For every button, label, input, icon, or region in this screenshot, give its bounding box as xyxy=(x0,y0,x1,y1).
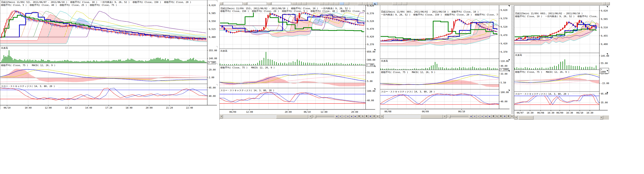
pane-corner-mark-icon[interactable] xyxy=(606,92,608,94)
zoom-slider-knob[interactable] xyxy=(314,115,316,118)
chart-tool-button-▪[interactable]: ▪ xyxy=(484,115,488,118)
chart-tool-button-◀[interactable]: ◀ xyxy=(469,115,473,118)
indicator-label: 移動平均( Close, 40 ) xyxy=(30,4,57,7)
window-splitter[interactable] xyxy=(511,6,514,114)
chart-window-1[interactable]: 日経225mini 11/09( 5分, 2011/06/07 - 2011/0… xyxy=(0,0,218,109)
scrollbar-thumb[interactable] xyxy=(420,115,443,119)
indicator-label: 移動平均( Close, 150 ) xyxy=(578,15,598,18)
chart-tool-button-+[interactable]: + xyxy=(338,115,342,118)
toolbar-button[interactable] xyxy=(344,2,349,5)
toolbar-combobox[interactable] xyxy=(247,2,267,5)
pane-grip-icon[interactable] xyxy=(216,46,218,48)
chart-tool-button-✚[interactable]: ✚ xyxy=(480,115,484,118)
toolbar-button[interactable] xyxy=(244,2,247,5)
chart-window-2[interactable]: 日経225mini 11/09( 15分, 2011/06/02 - 2011/… xyxy=(220,3,376,120)
toolbar-button[interactable] xyxy=(330,2,334,5)
scrollbar-track[interactable] xyxy=(384,115,443,118)
toolbar-button[interactable] xyxy=(358,2,362,5)
toolbar-button[interactable] xyxy=(220,2,223,5)
toolbar-button[interactable] xyxy=(606,2,610,5)
scrollbar-thumb[interactable] xyxy=(276,115,308,119)
chart-tool-button-X[interactable]: X xyxy=(372,115,376,118)
pane-corner-mark-icon[interactable] xyxy=(606,6,608,8)
scrollbar-track[interactable] xyxy=(223,115,309,118)
scroll-left-button[interactable]: ◄ xyxy=(380,115,384,118)
pane-corner-mark-icon[interactable] xyxy=(374,49,376,51)
indicator-label: 一目均衡表( 9, 26, 52 ) xyxy=(381,13,410,16)
chart-tool-button-▶[interactable]: ▶ xyxy=(354,115,357,118)
pane-corner-mark-icon[interactable] xyxy=(374,4,376,5)
zoom-slider[interactable] xyxy=(447,115,468,118)
time-label: 06/09 xyxy=(422,110,429,113)
chart-tool-button-L[interactable]: L xyxy=(495,115,499,118)
chart-tool-button-R[interactable]: R xyxy=(499,115,503,118)
toolbar-button[interactable] xyxy=(602,2,606,5)
chart-tool-button-⊕[interactable]: ⊕ xyxy=(503,115,506,118)
toolbar-combobox[interactable] xyxy=(272,2,291,5)
chart-tool-button-+[interactable]: + xyxy=(473,115,476,118)
toolbar-button[interactable] xyxy=(334,2,339,5)
chart-tool-button-▪[interactable]: ▪ xyxy=(350,115,354,118)
chart-tool-button-D[interactable]: D xyxy=(357,115,361,118)
pane-corner-mark-icon[interactable] xyxy=(508,70,510,72)
pane-corner-mark-icon[interactable] xyxy=(374,66,376,67)
zoom-slider[interactable] xyxy=(313,115,334,118)
pane-corner-mark-icon[interactable] xyxy=(508,59,510,61)
chart-tool-button-⊢[interactable]: ⊢ xyxy=(376,115,380,118)
toolbar-combobox[interactable] xyxy=(223,2,243,5)
chart-tool-button-L[interactable]: L xyxy=(361,115,365,118)
macd-pane-label: 移動平均( Close, 75 )MACD( 12, 26, 9 ) xyxy=(515,70,573,74)
chart-tool-button-−[interactable]: − xyxy=(476,115,480,118)
chart-window-4[interactable]: 日経225mini 11/09( 60分, 2011/06/02 - 2011/… xyxy=(514,6,609,119)
toolbar-button[interactable] xyxy=(324,2,329,5)
scrollbar-track[interactable] xyxy=(518,116,600,119)
pane-corner-mark-icon[interactable] xyxy=(606,53,608,55)
chart-tool-button-−[interactable]: − xyxy=(342,115,346,118)
toolbar-button[interactable] xyxy=(402,2,407,5)
volume-tick-label: 145.00 xyxy=(601,55,609,57)
toolbar-button[interactable] xyxy=(340,2,344,5)
pane-corner-mark-icon[interactable] xyxy=(606,70,608,71)
chart-tool-button-R[interactable]: R xyxy=(365,115,368,118)
scroll-left-button[interactable]: ◄ xyxy=(220,115,223,118)
volume-tick-label: 300.00 xyxy=(367,59,376,61)
scroll-left-button[interactable]: ◄ xyxy=(514,116,518,119)
toolbar-button[interactable] xyxy=(268,2,271,5)
price-tick-label: 9,620 xyxy=(601,10,608,12)
toolbar-button[interactable] xyxy=(297,2,302,5)
time-label: 17:20 xyxy=(105,107,112,109)
chart-tool-button-◀[interactable]: ◀ xyxy=(335,115,338,118)
indicator-label: 移動平均( Close, 5 ) xyxy=(1,4,27,7)
pane-corner-mark-icon[interactable] xyxy=(508,5,510,7)
toolbar-button[interactable] xyxy=(320,2,324,5)
indicator-label: 移動平均( Close, 20 ) xyxy=(164,1,191,4)
chart-tool-button-▶[interactable]: ▶ xyxy=(488,115,492,118)
toolbar-button[interactable] xyxy=(292,2,296,5)
chart-tool-button-✚[interactable]: ✚ xyxy=(346,115,350,118)
time-label: 20:00 xyxy=(146,107,152,109)
toolbar-button[interactable] xyxy=(398,2,402,5)
pane-corner-mark-icon[interactable] xyxy=(508,90,510,91)
chart-window-3[interactable]: 日経225mini 11/09( 30分, 2011/06/02 - 2011/… xyxy=(380,5,511,119)
toolbar-button[interactable] xyxy=(363,2,368,5)
chart-tool-button-X[interactable]: X xyxy=(506,115,510,118)
toolbar-button[interactable] xyxy=(392,2,397,5)
chart-tool-button-⊕[interactable]: ⊕ xyxy=(368,115,372,118)
stoch-pane-label: スロー・ストキャスティクス( 14, 3, 80, 20 ) xyxy=(381,90,438,93)
time-label: 20:00 xyxy=(285,111,292,113)
chart-tool-button-⊢[interactable]: ⊢ xyxy=(510,115,514,118)
scroll-right-button[interactable]: ► xyxy=(443,115,446,118)
scroll-right-button[interactable]: ► xyxy=(600,116,603,119)
pane-corner-mark-icon[interactable] xyxy=(374,89,376,90)
indicator-label: 移動平均( Close, 150 ) xyxy=(133,1,161,4)
toolbar-button[interactable] xyxy=(302,2,306,5)
zoom-slider-knob[interactable] xyxy=(448,115,450,118)
scrollbar-thumb[interactable] xyxy=(518,116,534,120)
macd-tick-label: 5.50 xyxy=(500,81,506,84)
scroll-right-button[interactable]: ► xyxy=(309,115,312,118)
pane-grip-icon[interactable] xyxy=(216,1,218,2)
chart-tool-button-D[interactable]: D xyxy=(492,115,495,118)
indicator-label: 移動平均( Close, 10 ) xyxy=(515,15,542,18)
pane-grip-icon[interactable] xyxy=(216,63,218,65)
pane-grip-icon[interactable] xyxy=(216,84,218,86)
